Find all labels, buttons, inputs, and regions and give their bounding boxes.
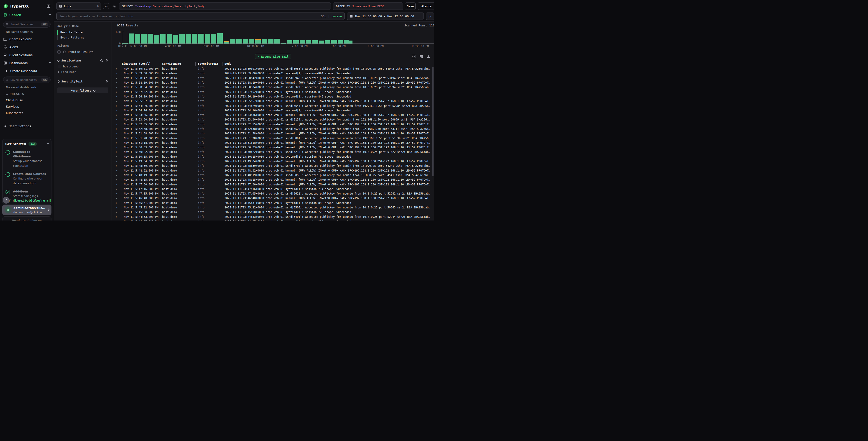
histogram-bar[interactable] <box>211 34 217 43</box>
source-select[interactable]: Logs ▲▼ <box>57 2 101 10</box>
preset-services[interactable]: Services <box>0 104 54 110</box>
log-row[interactable]: › Nov 11 5:56:19.000 PM host-demo info 2… <box>112 94 434 99</box>
event-search-input[interactable]: Search your events w/ Lucene ex. column:… <box>57 12 345 20</box>
log-row[interactable]: › Nov 11 5:52:38.000 PM host-demo info 2… <box>112 127 434 131</box>
histogram-bar[interactable] <box>198 34 204 43</box>
expand-row-icon[interactable]: › <box>116 127 122 130</box>
sidebar-collapse-icon[interactable] <box>46 4 51 8</box>
log-row[interactable]: › Nov 11 5:53:36.000 PM host-demo info 2… <box>112 113 434 117</box>
checkbox[interactable] <box>57 50 61 54</box>
chevron-up-icon[interactable] <box>47 143 49 145</box>
histogram-bar[interactable] <box>122 43 128 43</box>
expand-row-icon[interactable]: › <box>116 220 122 220</box>
col-body[interactable]: Body <box>224 62 434 65</box>
expand-row-icon[interactable]: › <box>116 77 122 80</box>
histogram-bar[interactable] <box>255 39 261 43</box>
create-dashboard-button[interactable]: Create Dashboard <box>0 67 54 75</box>
run-query-button[interactable]: ▷ <box>426 12 434 20</box>
expand-row-icon[interactable]: › <box>116 164 122 168</box>
log-row[interactable]: › Nov 11 5:50:15.000 PM host-demo info 2… <box>112 154 434 159</box>
search-icon[interactable] <box>100 59 103 62</box>
histogram-bar[interactable] <box>243 39 248 43</box>
alerts-button[interactable]: Alerts <box>417 2 434 10</box>
log-row[interactable]: › Nov 11 5:54:29.000 PM host-demo info 2… <box>112 104 434 108</box>
lang-toggle-sql[interactable]: SQL <box>321 14 326 18</box>
orderby-input[interactable]: ORDER BY TimestampTime DESC <box>333 2 403 10</box>
histogram-bar[interactable] <box>148 34 153 43</box>
histogram-bar[interactable] <box>319 40 324 43</box>
log-row[interactable]: › Nov 11 5:52:55.000 PM host-demo info 2… <box>112 122 434 127</box>
log-row[interactable]: › Nov 11 5:58:04.000 PM host-demo info 2… <box>112 85 434 90</box>
log-row[interactable]: › Nov 11 5:59:00.000 PM host-demo info 2… <box>112 71 434 76</box>
pin-icon[interactable] <box>105 80 108 83</box>
histogram-bar[interactable] <box>236 39 242 43</box>
expand-row-icon[interactable]: › <box>116 215 122 218</box>
download-icon[interactable] <box>427 55 430 58</box>
checkbox[interactable] <box>58 65 61 68</box>
histogram-bar[interactable] <box>179 34 185 43</box>
log-row[interactable]: › Nov 11 5:59:01.000 PM host-demo info 2… <box>112 66 434 71</box>
expand-row-icon[interactable]: › <box>116 90 122 94</box>
presets-toggle[interactable]: PRESETS <box>0 91 54 97</box>
settings-gear-icon[interactable] <box>111 3 117 9</box>
histogram-bar[interactable] <box>325 40 331 43</box>
histogram-bar[interactable] <box>331 40 337 43</box>
pin-icon[interactable] <box>105 59 108 62</box>
expand-row-icon[interactable]: › <box>116 118 122 121</box>
log-row[interactable]: › Nov 11 5:48:15.000 PM host-demo info 2… <box>112 177 434 182</box>
expand-row-icon[interactable]: › <box>116 160 122 163</box>
histogram-bar[interactable] <box>274 39 280 43</box>
log-row[interactable]: › Nov 11 5:58:19.000 PM host-demo info 2… <box>112 80 434 85</box>
sidebar-item-alerts[interactable]: Alerts <box>0 43 54 51</box>
expand-row-icon[interactable]: › <box>116 141 122 144</box>
scrollbar-thumb[interactable] <box>432 66 434 176</box>
log-row[interactable]: › Nov 11 5:55:57.000 PM host-demo info 2… <box>112 99 434 104</box>
expand-row-icon[interactable]: › <box>116 146 122 149</box>
wrap-lines-icon[interactable] <box>419 55 423 58</box>
log-row[interactable]: › Nov 11 5:51:28.000 PM host-demo info 2… <box>112 136 434 140</box>
histogram-bar[interactable] <box>129 33 134 43</box>
get-started-item[interactable]: Connect to ClickHouse Set up your databa… <box>5 149 49 168</box>
log-row[interactable]: › Nov 11 5:50:33.000 PM host-demo info 2… <box>112 145 434 150</box>
expand-row-icon[interactable]: › <box>116 150 122 153</box>
log-row[interactable]: › Nov 11 5:48:19.000 PM host-demo info 2… <box>112 173 434 177</box>
expand-row-icon[interactable]: › <box>116 137 122 140</box>
log-row[interactable]: › Nov 11 5:47:30.000 PM host-demo info 2… <box>112 182 434 186</box>
filter-group-servicename[interactable]: ServiceName <box>54 57 112 63</box>
log-row[interactable]: › Nov 11 5:50:22.000 PM host-demo info 2… <box>112 150 434 154</box>
histogram-bar[interactable] <box>268 39 274 43</box>
expand-row-icon[interactable]: › <box>116 113 122 117</box>
histogram-bar[interactable] <box>167 34 172 43</box>
log-row[interactable]: › Nov 11 5:47:05.000 PM host-demo info 2… <box>112 192 434 196</box>
sidebar-item-client-sessions[interactable]: Client Sessions <box>0 51 54 59</box>
saved-searches-input[interactable]: Saved Searches ⌘K <box>3 21 51 28</box>
histogram-bar[interactable] <box>293 40 299 43</box>
expand-row-icon[interactable]: › <box>116 206 122 209</box>
sidebar-item-team-settings[interactable]: Team Settings <box>0 122 54 130</box>
log-row[interactable]: › Nov 11 5:51:18.000 PM host-demo info 2… <box>112 141 434 145</box>
log-row[interactable]: › Nov 11 5:58:42.000 PM host-demo info 2… <box>112 76 434 80</box>
filter-option-host-demo[interactable]: host-demo <box>54 63 112 69</box>
expand-row-icon[interactable]: › <box>116 81 122 84</box>
expand-row-icon[interactable]: › <box>116 169 122 172</box>
histogram-bar[interactable] <box>300 40 305 43</box>
histogram-bar[interactable] <box>224 41 229 43</box>
save-button[interactable]: Save <box>405 2 415 10</box>
results-histogram[interactable]: 600 0 Nov 11 12:00:00 AM4:00:00 AM7:00:0… <box>115 30 434 49</box>
date-range-picker[interactable]: Nov 11 00:00:00 - Nov 12 00:00:00 <box>347 12 424 20</box>
histogram-bar[interactable] <box>230 39 236 43</box>
histogram-bar[interactable] <box>306 40 311 43</box>
denoise-results-toggle[interactable]: Denoise Results <box>54 49 112 55</box>
expand-row-icon[interactable]: › <box>116 210 122 214</box>
preset-clickhouse[interactable]: ClickHouse <box>0 97 54 104</box>
histogram-bar[interactable] <box>312 40 318 43</box>
log-row[interactable]: › Nov 11 5:44:37.000 PM host-demo info 2… <box>112 219 434 220</box>
mode-results-table[interactable]: Results Table <box>58 30 108 35</box>
expand-row-icon[interactable]: › <box>116 132 122 135</box>
log-row[interactable]: › Nov 11 5:45:22.000 PM host-demo info 2… <box>112 205 434 210</box>
select-expression-input[interactable]: SELECT Timestamp,ServiceName,SeverityTex… <box>119 2 331 10</box>
lang-toggle-lucene[interactable]: Lucene <box>332 14 342 18</box>
histogram-bar[interactable] <box>135 34 141 43</box>
col-timestamp[interactable]: Timestamp (Local) <box>122 62 162 65</box>
expand-row-icon[interactable]: › <box>116 201 122 205</box>
